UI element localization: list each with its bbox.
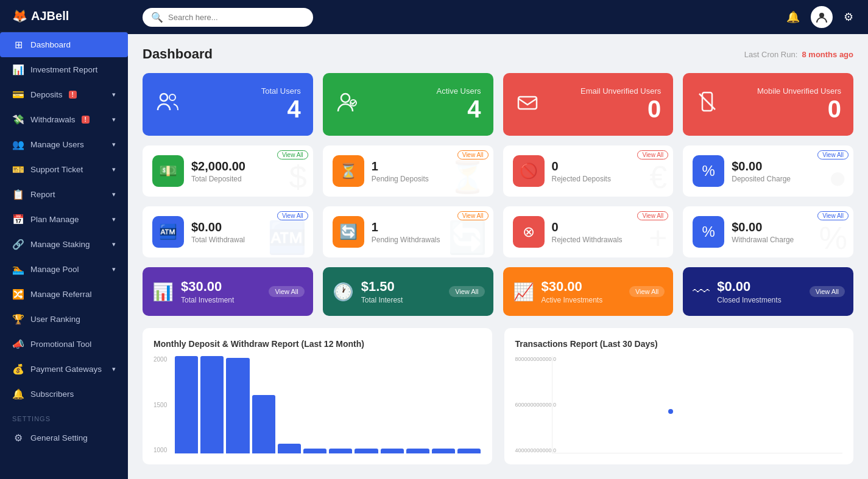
sidebar-label-support-ticket: Support Ticket	[30, 165, 83, 174]
top-card-value-mobile-unverified: 0	[757, 96, 841, 122]
avatar[interactable]	[811, 6, 833, 28]
sidebar-icon-withdrawals: 💸	[12, 114, 24, 125]
invest-view-all-btn-closed-investments[interactable]: View All	[810, 286, 845, 297]
sidebar-icon-manage-pool: 🏊	[12, 264, 24, 275]
invest-view-all-btn-total-investment[interactable]: View All	[269, 286, 304, 297]
sidebar-item-deposits[interactable]: 💳 Deposits ! ▾	[0, 82, 128, 107]
bar-deposit-10	[432, 449, 455, 453]
sidebar-item-promotional-tool[interactable]: 📣 Promotional Tool	[0, 332, 128, 357]
bar-deposit-5	[303, 449, 326, 453]
sidebar-item-manage-pool[interactable]: 🏊 Manage Pool ▾	[0, 257, 128, 282]
transactions-chart-y-axis: 800000000000.0 600000000000.0 4000000000…	[515, 356, 557, 453]
invest-view-all-btn-active-investments[interactable]: View All	[629, 286, 665, 297]
top-card-active-users: Active Users 4	[323, 73, 493, 136]
invest-stats-grid: 📊 $30.00 Total Investment View All 🕐 $1.…	[143, 267, 853, 316]
sidebar-item-dashboard[interactable]: ⊞ Dashboard	[0, 32, 128, 57]
page-title: Dashboard	[143, 46, 213, 62]
search-bar[interactable]: 🔍	[143, 8, 313, 27]
sidebar-item-manage-staking[interactable]: 🔗 Manage Staking ▾	[0, 232, 128, 257]
small-card-rejected-withdrawals: ⊗ 0 Rejected Withdrawals View All +	[503, 206, 674, 257]
top-card-text-active-users: Active Users 4	[437, 86, 481, 122]
small-card-icon-deposited-charge: %	[693, 155, 724, 187]
sidebar-item-withdrawals[interactable]: 💸 Withdrawals ! ▾	[0, 107, 128, 132]
sidebar-icon-dashboard: ⊞	[12, 39, 24, 51]
sidebar-item-subscribers[interactable]: 🔔 Subscribers	[0, 382, 128, 407]
sidebar-item-general-setting[interactable]: ⚙ General Setting	[0, 425, 128, 450]
small-card-label-rejected-withdrawals: Rejected Withdrawals	[552, 236, 664, 244]
bg-watermark-total-deposited: $	[289, 159, 307, 195]
chevron-icon-plan-manage: ▾	[112, 215, 116, 223]
invest-card-label-total-interest: Total Interest	[361, 296, 484, 304]
top-card-value-email-unverified: 0	[580, 96, 661, 122]
sidebar: 🦊 AJBell ⊞ Dashboard 📊 Investment Report…	[0, 0, 128, 479]
transactions-chart-area: 800000000000.0 600000000000.0 4000000000…	[515, 356, 843, 453]
small-card-label-deposited-charge: Deposited Charge	[732, 175, 844, 183]
view-all-btn-deposited-charge[interactable]: View All	[817, 150, 849, 159]
small-card-info-rejected-withdrawals: 0 Rejected Withdrawals	[552, 220, 664, 244]
brand-logo[interactable]: 🦊 AJBell	[0, 0, 128, 32]
bg-watermark-rejected-deposits: €	[649, 159, 667, 195]
small-card-icon-pending-deposits: ⏳	[333, 155, 364, 187]
view-all-btn-rejected-withdrawals[interactable]: View All	[637, 211, 668, 220]
svg-point-0	[819, 13, 824, 18]
sidebar-item-manage-users[interactable]: 👥 Manage Users ▾	[0, 132, 128, 157]
sidebar-item-report[interactable]: 📋 Report ▾	[0, 182, 128, 207]
bg-watermark-pending-withdrawals: 🔄	[448, 219, 487, 256]
sidebar-icon-manage-referral: 🔀	[12, 288, 24, 300]
invest-card-label-closed-investments: Closed Investments	[717, 296, 844, 304]
monthly-chart-card: Monthly Deposit & Withdraw Report (Last …	[143, 328, 492, 464]
sidebar-icon-deposits: 💳	[12, 89, 24, 100]
content-header: Dashboard Last Cron Run: 8 months ago	[143, 46, 853, 62]
small-card-value-total-deposited: $2,000.00	[191, 159, 303, 173]
bar-deposit-0	[175, 356, 198, 453]
bar-deposit-7	[355, 449, 378, 453]
sidebar-label-dashboard: Dashboard	[30, 40, 71, 49]
logo-icon: 🦊	[12, 9, 27, 23]
bar-deposit-4	[278, 444, 301, 453]
top-card-label-mobile-unverified: Mobile Unverified Users	[757, 86, 841, 96]
top-card-value-total-users: 4	[261, 96, 301, 122]
view-all-btn-total-deposited[interactable]: View All	[277, 150, 308, 159]
header-icons: 🔔 ⚙	[786, 6, 853, 28]
small-card-pending-deposits: ⏳ 1 Pending Deposits View All ⏳	[323, 145, 493, 197]
search-input[interactable]	[168, 13, 302, 22]
sidebar-item-investment-report[interactable]: 📊 Investment Report	[0, 57, 128, 82]
sidebar-item-support-ticket[interactable]: 🎫 Support Ticket ▾	[0, 157, 128, 182]
invest-card-closed-investments: 〰 $0.00 Closed Investments View All	[683, 267, 853, 316]
view-all-btn-withdrawal-charge[interactable]: View All	[817, 211, 849, 220]
invest-view-all-btn-total-interest[interactable]: View All	[449, 286, 484, 297]
sidebar-badge-withdrawals: !	[82, 116, 90, 124]
sidebar-label-manage-referral: Manage Referral	[30, 290, 92, 299]
sidebar-item-plan-manage[interactable]: 📅 Plan Manage ▾	[0, 207, 128, 232]
top-card-total-users: Total Users 4	[143, 73, 313, 136]
small-card-label-total-deposited: Total Deposited	[191, 175, 303, 183]
invest-card-active-investments: 📈 $30.00 Active Investments View All	[503, 267, 674, 316]
svg-point-1	[160, 94, 168, 101]
bell-icon[interactable]: 🔔	[786, 10, 800, 24]
top-card-text-total-users: Total Users 4	[261, 86, 301, 122]
sidebar-item-payment-gateways[interactable]: 💰 Payment Gateways ▾	[0, 357, 128, 382]
sidebar-icon-manage-staking: 🔗	[12, 239, 24, 250]
bg-watermark-rejected-withdrawals: +	[649, 220, 667, 256]
bar-deposit-6	[329, 449, 352, 453]
bg-watermark-total-withdrawal: 🏧	[267, 219, 307, 256]
transactions-chart-title: Transactions Report (Last 30 Days)	[515, 339, 843, 349]
sidebar-icon-general-setting: ⚙	[12, 432, 24, 444]
chevron-icon-deposits: ▾	[112, 91, 116, 99]
bar-deposit-3	[252, 395, 275, 453]
sidebar-icon-investment-report: 📊	[12, 64, 24, 75]
svg-point-3	[341, 94, 350, 102]
sidebar-item-user-ranking[interactable]: 🏆 User Ranking	[0, 307, 128, 332]
sidebar-icon-manage-users: 👥	[12, 139, 24, 150]
small-card-pending-withdrawals: 🔄 1 Pending Withdrawals View All 🔄	[323, 206, 493, 257]
svg-point-2	[169, 94, 175, 100]
small-card-icon-total-deposited: 💵	[152, 155, 184, 187]
settings-section-title: SETTINGS	[0, 407, 128, 425]
invest-card-icon-closed-investments: 〰	[693, 282, 710, 302]
sidebar-item-manage-referral[interactable]: 🔀 Manage Referral	[0, 282, 128, 307]
sidebar-label-manage-pool: Manage Pool	[30, 265, 79, 274]
small-card-icon-rejected-deposits: 🚫	[513, 155, 545, 187]
view-all-btn-rejected-deposits[interactable]: View All	[637, 150, 668, 159]
settings-icon[interactable]: ⚙	[844, 10, 853, 24]
top-stats-grid: Total Users 4 Active Users 4 Email Unver…	[143, 73, 853, 136]
